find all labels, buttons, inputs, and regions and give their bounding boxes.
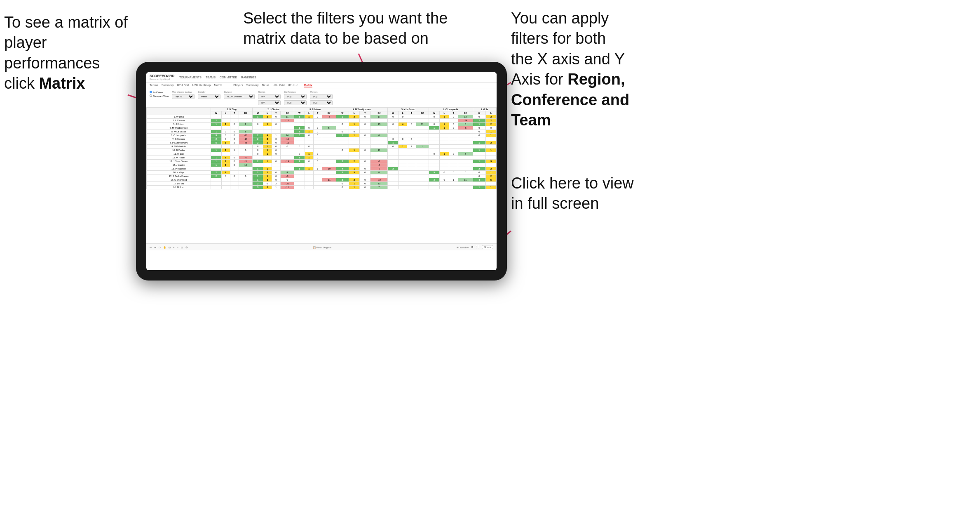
- matrix-cell: 2: [473, 167, 485, 171]
- matrix-cell: 2: [349, 160, 360, 163]
- matrix-cell: 0: [221, 174, 230, 178]
- tab-summary[interactable]: Summary: [162, 84, 174, 87]
- max-players-select[interactable]: Top 25: [172, 94, 195, 99]
- matrix-cell: [230, 152, 239, 156]
- matrix-cell: 1: [449, 178, 458, 182]
- matrix-cell: [449, 167, 458, 171]
- screen-nav: SCOREBOARD Powered by clippd TOURNAMENTS…: [146, 72, 497, 82]
- players-select2[interactable]: (All): [310, 100, 333, 105]
- matrix-cell: 0: [336, 130, 349, 134]
- matrix-cell: [239, 126, 253, 130]
- matrix-cell: [322, 163, 336, 167]
- matrix-cell: 0: [272, 160, 280, 163]
- tab-matrix[interactable]: Matrix: [214, 84, 222, 87]
- matrix-cell: [305, 171, 313, 174]
- tab-h2h-heatmap[interactable]: H2H Heatmap: [192, 84, 211, 87]
- matrix-cell: 1: [263, 174, 272, 178]
- matrix-cell: 1: [485, 148, 496, 152]
- watch-label[interactable]: 👁 Watch ▾: [457, 246, 469, 249]
- matrix-cell: 3: [294, 134, 305, 137]
- matrix-cell: 0: [360, 115, 370, 119]
- matrix-cell: 2: [253, 171, 263, 174]
- screen-icon[interactable]: 🖥: [471, 246, 474, 248]
- matrix-cell: 4: [336, 167, 349, 171]
- matrix-cell: 11: [280, 115, 294, 119]
- matrix-cell: [305, 123, 313, 126]
- division-select[interactable]: NCAA Division I: [224, 94, 255, 99]
- footer-center: 📋 View: Original: [313, 246, 332, 249]
- redo-icon[interactable]: ↪: [154, 246, 156, 249]
- forward-icon[interactable]: ⟳: [159, 246, 161, 249]
- share-button[interactable]: Share: [482, 245, 493, 249]
- grid-icon[interactable]: ⊞: [181, 246, 183, 249]
- nav-teams[interactable]: TEAMS: [206, 76, 216, 79]
- zoom-in-icon[interactable]: +: [173, 246, 175, 248]
- nav-committee[interactable]: COMMITTEE: [220, 76, 237, 79]
- undo-icon[interactable]: ↩: [150, 246, 152, 249]
- view-full[interactable]: Full View: [150, 91, 169, 94]
- matrix-cell: 1: [473, 160, 485, 163]
- matrix-cell: [440, 145, 449, 148]
- matrix-cell: [399, 163, 407, 167]
- matrix-cell: 4: [280, 171, 294, 174]
- matrix-cell: 0: [272, 174, 280, 178]
- matrix-cell: 0: [360, 148, 370, 152]
- matrix-cell: [416, 156, 429, 160]
- gender-select[interactable]: Men's: [198, 94, 220, 99]
- settings-icon[interactable]: ⚙: [185, 246, 188, 249]
- matrix-cell: [388, 134, 399, 137]
- matrix-cell: 0: [230, 160, 239, 163]
- matrix-cell: [305, 163, 313, 167]
- matrix-cell: [458, 141, 473, 145]
- matrix-cell: 0: [221, 137, 230, 141]
- zoom-out-icon[interactable]: −: [177, 246, 179, 248]
- matrix-cell: [263, 119, 272, 123]
- matrix-cell: [399, 156, 407, 160]
- tab-players[interactable]: Players: [233, 84, 243, 87]
- matrix-cell: 0: [429, 152, 440, 156]
- players-select1[interactable]: (All): [310, 94, 333, 99]
- tab-h2hhe[interactable]: H2H He...: [288, 84, 301, 87]
- matrix-cell: 17: [370, 115, 388, 119]
- conference-select1[interactable]: (All): [284, 94, 307, 99]
- nav-tournaments[interactable]: TOURNAMENTS: [179, 76, 202, 79]
- matrix-cell: [449, 182, 458, 186]
- matrix-cell: 0: [305, 160, 313, 163]
- view-compact[interactable]: Compact View: [150, 94, 169, 97]
- matrix-cell: 1: [221, 171, 230, 174]
- matrix-cell: 0: [473, 115, 485, 119]
- matrix-cell: 0: [360, 178, 370, 182]
- matrix-cell: [294, 148, 305, 152]
- matrix-cell: 1: [263, 152, 272, 156]
- matrix-cell: [230, 115, 239, 119]
- zoom-fit-icon[interactable]: ⊡: [169, 246, 171, 249]
- footer-icons-left: ↩ ↪ ⟳ ✋ ⊡ + − ⊞ ⚙: [150, 246, 188, 249]
- tab-summary2[interactable]: Summary: [246, 84, 259, 87]
- matrix-cell: -8: [280, 174, 294, 178]
- matrix-cell: [221, 167, 230, 171]
- tab-detail[interactable]: Detail: [262, 84, 269, 87]
- matrix-cell: [388, 163, 399, 167]
- matrix-cell: 2: [485, 123, 496, 126]
- tab-matrix-active[interactable]: Matrix: [304, 84, 312, 87]
- matrix-cell: [322, 152, 336, 156]
- matrix-cell: 0: [221, 130, 230, 134]
- matrix-cell: [280, 148, 294, 152]
- region-select2[interactable]: N/A: [258, 100, 281, 105]
- tab-teams[interactable]: Teams: [150, 84, 158, 87]
- nav-rankings[interactable]: RANKINGS: [241, 76, 256, 79]
- tab-h2h-grid[interactable]: H2H Grid: [177, 84, 189, 87]
- matrix-cell: [305, 141, 313, 145]
- matrix-cell: [239, 182, 253, 186]
- matrix-cell: 3: [407, 137, 416, 141]
- matrix-cell: 1: [416, 145, 429, 148]
- matrix-cell: [388, 126, 399, 130]
- matrix-cell: 0: [458, 171, 473, 174]
- hand-icon[interactable]: ✋: [163, 246, 166, 249]
- tab-h2h-grid2[interactable]: H2H Grid: [272, 84, 284, 87]
- matrix-cell: [313, 123, 322, 126]
- region-select1[interactable]: N/A: [258, 94, 281, 99]
- conference-select2[interactable]: (All): [284, 100, 307, 105]
- fullscreen-icon[interactable]: ⛶: [476, 245, 479, 249]
- matrix-cell: [399, 141, 407, 145]
